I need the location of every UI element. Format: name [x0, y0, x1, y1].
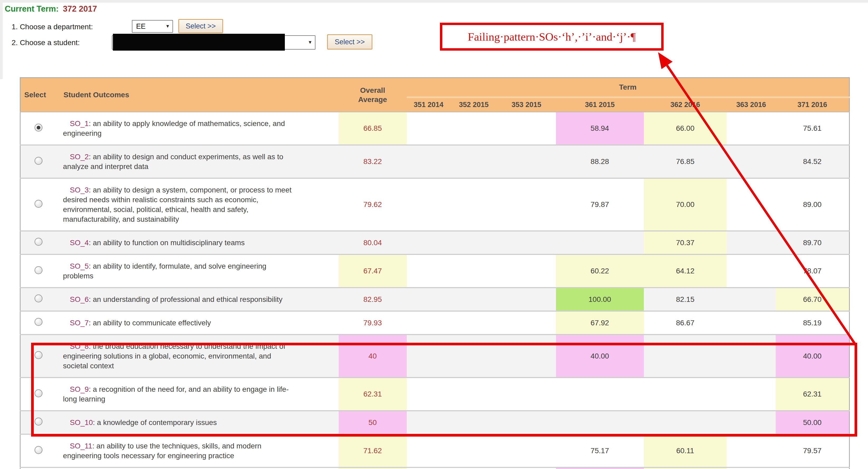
so-description: : an ability to use the techniques, skil… — [63, 442, 261, 460]
outcome-radio[interactable] — [35, 200, 42, 208]
outcome-radio[interactable] — [35, 389, 42, 397]
department-select-button[interactable]: Select >> — [178, 19, 223, 33]
student-outcomes-table: Select Student Outcomes Overall Average … — [20, 77, 850, 469]
term-value-cell — [726, 231, 775, 254]
term-value-cell — [407, 434, 451, 467]
term-value-cell — [451, 311, 497, 335]
outcome-description-cell: SO_1: an ability to apply knowledge of m… — [57, 112, 339, 145]
so-label: SO_5 — [70, 262, 89, 270]
student-select-button[interactable]: Select >> — [327, 34, 372, 50]
so-description: : an ability to communicate effectively — [89, 319, 211, 327]
failing-pattern-annotation-box: Failing·pattern·SOs·‘h’,·’i’·and·‘j’·¶ — [440, 23, 663, 51]
term-value-cell: 50.00 — [776, 411, 849, 434]
term-value-cell: 64.12 — [644, 254, 726, 288]
so-label: SO_10 — [70, 418, 93, 427]
term-value-cell — [497, 377, 556, 411]
term-value-cell — [726, 467, 775, 469]
term-value-cell: 79.57 — [776, 434, 849, 467]
term-value-cell — [726, 311, 775, 335]
term-value-cell — [451, 335, 497, 377]
header-term-351-2014: 351 2014 — [407, 97, 451, 112]
term-value-cell — [451, 288, 497, 311]
so-label: SO_2 — [70, 153, 89, 161]
term-value-cell: 67.92 — [556, 311, 644, 335]
term-value-cell — [407, 112, 451, 145]
header-term: Term — [407, 78, 849, 97]
term-value-cell — [497, 335, 556, 377]
term-value-cell — [451, 231, 497, 254]
term-value-cell: 62.31 — [776, 377, 849, 411]
term-value-cell — [726, 288, 775, 311]
term-value-cell — [556, 377, 644, 411]
term-value-cell — [407, 178, 451, 231]
term-value-cell — [726, 178, 775, 231]
table-row: SO_5: an ability to identify, formulate,… — [20, 254, 849, 288]
so-label: SO_11 — [70, 442, 92, 450]
term-value-cell: 82.15 — [644, 288, 726, 311]
term-value-cell — [497, 254, 556, 288]
term-value-cell: 66.00 — [644, 112, 726, 145]
outcome-radio[interactable] — [35, 294, 42, 302]
term-value-cell — [644, 335, 726, 377]
term-value-cell: 85.19 — [776, 311, 849, 335]
so-description: : the broad education necessary to under… — [63, 342, 285, 370]
overall-average-cell: 79.62 — [339, 178, 407, 231]
term-value-cell — [497, 467, 556, 469]
term-value-cell — [726, 335, 775, 377]
outcome-radio[interactable] — [35, 318, 42, 326]
term-value-cell — [726, 145, 775, 178]
so-description: : an ability to function on multidiscipl… — [89, 239, 245, 247]
term-value-cell — [407, 311, 451, 335]
term-value-cell — [451, 434, 497, 467]
table-row: SO_4: an ability to function on multidis… — [20, 231, 849, 254]
outcome-radio[interactable] — [35, 157, 42, 165]
table-row: SO_6: an understanding of professional a… — [20, 288, 849, 311]
term-value-cell — [407, 254, 451, 288]
outcome-radio[interactable] — [35, 124, 42, 131]
term-value-cell: 89.00 — [776, 178, 849, 231]
outcome-radio[interactable] — [35, 446, 42, 454]
term-value-cell — [451, 467, 497, 469]
department-select[interactable]: EE ▼ — [132, 20, 173, 33]
so-description: : an ability to apply knowledge of mathe… — [63, 119, 285, 137]
term-value-cell — [726, 112, 775, 145]
term-value-cell — [407, 145, 451, 178]
header-term-361-2015: 361 2015 — [556, 97, 644, 112]
outcome-description-cell: SO_5: an ability to identify, formulate,… — [57, 254, 339, 288]
term-value-cell — [451, 254, 497, 288]
overall-average-cell: 40 — [339, 335, 407, 377]
term-value-cell — [407, 335, 451, 377]
current-term-label: Current Term: — [5, 4, 59, 13]
table-row: SO_3: an ability to design a system, com… — [20, 178, 849, 231]
term-value-cell — [407, 377, 451, 411]
term-value-cell — [407, 411, 451, 434]
term-value-cell: 89.70 — [776, 231, 849, 254]
term-value-cell — [497, 311, 556, 335]
page-edge-top — [0, 0, 868, 3]
outcome-description-cell: SO_4: an ability to function on multidis… — [57, 231, 339, 254]
outcome-radio[interactable] — [35, 238, 42, 246]
term-value-cell: 66.70 — [776, 288, 849, 311]
header-term-362-2016: 362 2016 — [644, 97, 726, 112]
outcome-description-cell — [57, 467, 339, 469]
so-label: SO_6 — [70, 295, 89, 304]
outcome-description-cell: SO_9: a recognition of the need for, and… — [57, 377, 339, 411]
overall-average-cell: 79.93 — [339, 311, 407, 335]
header-term-363-2016: 363 2016 — [726, 97, 775, 112]
outcome-radio[interactable] — [35, 266, 42, 274]
overall-average-cell: 67.47 — [339, 254, 407, 288]
outcomes-table-body: SO_1: an ability to apply knowledge of m… — [20, 112, 849, 469]
header-overall-average: Overall Average — [339, 78, 407, 112]
overall-average-cell: 50 — [339, 411, 407, 434]
header-term-371-2016: 371 2016 — [776, 97, 849, 112]
page-edge-left — [0, 0, 3, 79]
term-value-cell — [726, 377, 775, 411]
outcome-radio[interactable] — [35, 351, 42, 359]
term-value-cell — [556, 411, 644, 434]
so-label: SO_3 — [70, 186, 89, 194]
outcome-radio[interactable] — [35, 417, 42, 426]
outcome-description-cell: SO_7: an ability to communicate effectiv… — [57, 311, 339, 335]
so-description: : an ability to design a system, compone… — [63, 186, 291, 223]
overall-average-cell: 62.31 — [339, 377, 407, 411]
term-value-cell: 60.22 — [556, 254, 644, 288]
